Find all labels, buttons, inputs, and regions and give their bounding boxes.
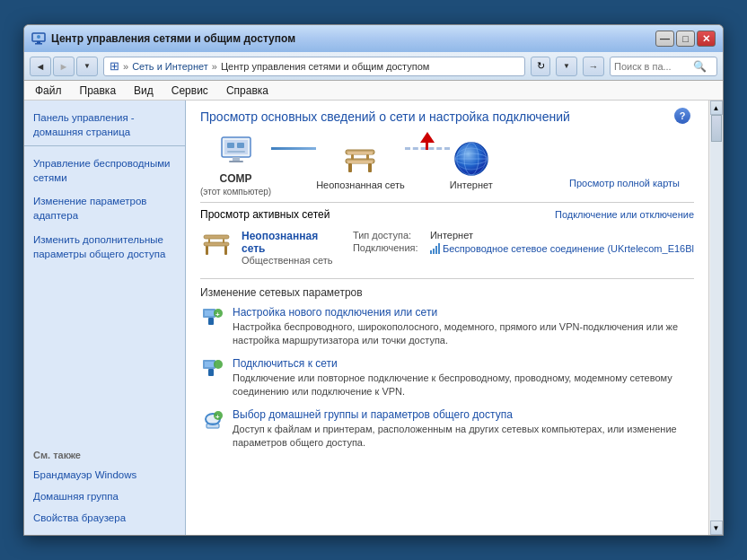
svg-rect-17 <box>351 154 354 160</box>
network-name[interactable]: Неопознанная сеть <box>242 230 344 255</box>
settings-icon-2 <box>200 357 225 382</box>
access-label: Тип доступа: <box>353 230 425 241</box>
connect-disconnect-link[interactable]: Подключение или отключение <box>555 209 694 220</box>
menu-service[interactable]: Сервис <box>168 83 212 99</box>
view-full-map-link[interactable]: Просмотр полной карты <box>569 178 680 188</box>
content-area: Панель управления - домашняя страница Уп… <box>24 101 723 535</box>
svg-rect-7 <box>229 161 243 162</box>
svg-rect-8 <box>227 143 234 148</box>
help-button[interactable]: ? <box>674 108 690 124</box>
globe-icon-container <box>450 142 493 178</box>
settings-desc-3: Доступ к файлам и принтерам, расположенн… <box>233 424 677 448</box>
svg-rect-12 <box>347 152 373 154</box>
scroll-up-button[interactable]: ▲ <box>710 101 723 115</box>
svg-rect-29 <box>208 239 210 243</box>
window-title: Центр управления сетями и общим доступом <box>51 32 295 45</box>
connections-label: Подключения: <box>353 242 425 253</box>
svg-point-38 <box>214 360 223 369</box>
address-dropdown[interactable]: ▼ <box>556 57 577 76</box>
minimize-button[interactable]: — <box>655 31 674 47</box>
sidebar-link-browser[interactable]: Свойства браузера <box>24 508 185 528</box>
settings-item-1-content: Настройка нового подключения или сети На… <box>233 306 694 348</box>
forward-button[interactable]: ► <box>53 57 75 76</box>
menu-edit[interactable]: Правка <box>76 83 120 99</box>
go-button[interactable]: → <box>583 57 604 76</box>
change-settings-title: Изменение сетевых параметров <box>200 286 694 299</box>
network-item-info: Неопознанная сеть Общественная сеть <box>242 230 344 266</box>
svg-rect-2 <box>35 43 42 45</box>
line-comp-net <box>271 147 316 184</box>
network-item-icon <box>200 230 233 262</box>
network-item: Неопознанная сеть Общественная сеть Тип … <box>200 226 694 269</box>
menu-help[interactable]: Справка <box>223 83 272 99</box>
network-label: Неопознанная сеть <box>316 179 405 190</box>
refresh-button[interactable]: ↻ <box>531 57 550 76</box>
settings-link-2[interactable]: Подключиться к сети <box>233 357 694 370</box>
svg-rect-9 <box>237 143 244 148</box>
search-input[interactable] <box>614 61 690 72</box>
svg-rect-28 <box>224 246 227 255</box>
access-value: Интернет <box>430 230 473 241</box>
network-diagram-container: Просмотр полной карты <box>200 135 694 197</box>
connections-value[interactable]: Беспроводное сетевое соединение (UKrtele… <box>443 242 694 255</box>
svg-rect-42 <box>207 424 219 428</box>
breadcrumb-network[interactable]: Сеть и Интернет <box>132 61 208 72</box>
svg-text:+: + <box>215 413 220 421</box>
computer-sublabel: (этот компьютер) <box>200 187 271 197</box>
close-button[interactable]: ✕ <box>697 31 716 47</box>
sidebar-link-firewall[interactable]: Брандмауэр Windows <box>24 465 185 485</box>
search-icon[interactable]: 🔍 <box>693 60 707 73</box>
scroll-thumb[interactable] <box>711 115 722 142</box>
scroll-down-button[interactable]: ▼ <box>710 521 723 535</box>
computer-node: COMP (этот компьютер) <box>200 135 271 197</box>
menu-file[interactable]: Файл <box>31 83 66 99</box>
settings-item-1: + Настройка нового подключения или сети … <box>200 306 694 348</box>
svg-rect-16 <box>368 163 372 172</box>
sidebar-link-adapter[interactable]: Изменение параметров адаптера <box>24 191 185 225</box>
svg-rect-14 <box>347 161 373 163</box>
connections-row: Подключения: Беспроводное сетевое соедин… <box>353 242 694 255</box>
internet-node: Интернет <box>450 142 493 190</box>
breadcrumb: ⊞ » Сеть и Интернет » Центр управления с… <box>103 57 525 76</box>
svg-rect-1 <box>37 41 40 43</box>
svg-text:+: + <box>215 311 220 319</box>
settings-item-2-content: Подключиться к сети Подключение или повт… <box>233 357 694 399</box>
dropdown-button[interactable]: ▼ <box>76 57 98 76</box>
sidebar-link-sharing[interactable]: Изменить дополнительные параметры общего… <box>24 230 185 264</box>
settings-link-1[interactable]: Настройка нового подключения или сети <box>233 306 694 319</box>
signal-icon <box>430 243 440 254</box>
menu-view[interactable]: Вид <box>130 83 157 99</box>
back-button[interactable]: ◄ <box>30 57 51 76</box>
settings-link-3[interactable]: Выбор домашней группы и параметров общег… <box>233 408 694 421</box>
active-networks-label: Просмотр активных сетей <box>200 208 330 221</box>
sidebar: Панель управления - домашняя страница Уп… <box>24 101 186 535</box>
svg-point-3 <box>37 35 40 39</box>
sidebar-divider-1 <box>24 145 185 146</box>
access-type-row: Тип доступа: Интернет <box>353 230 694 241</box>
breadcrumb-home-icon[interactable]: ⊞ <box>110 59 119 73</box>
title-bar: Центр управления сетями и общим доступом… <box>24 25 723 52</box>
connections-detail: Беспроводное сетевое соединение (UKrtele… <box>430 242 694 255</box>
svg-rect-39 <box>208 369 214 376</box>
svg-rect-15 <box>348 163 352 172</box>
svg-rect-30 <box>223 239 224 243</box>
computer-icon <box>215 135 258 171</box>
red-arrow-stem <box>426 143 428 150</box>
scrollbar[interactable]: ▲ ▼ <box>708 101 723 535</box>
main-content: ? Просмотр основных сведений о сети и на… <box>186 101 708 535</box>
signal-bar-2 <box>433 249 435 254</box>
computer-label: COMP <box>220 172 252 185</box>
see-also-label: См. также <box>24 439 185 463</box>
settings-desc-2: Подключение или повторное подключение к … <box>233 372 672 397</box>
sidebar-link-wireless[interactable]: Управление беспроводными сетями <box>24 153 185 188</box>
breadcrumb-sep1: » <box>123 61 128 72</box>
svg-rect-35 <box>208 318 214 325</box>
sidebar-link-home[interactable]: Панель управления - домашняя страница <box>24 108 185 142</box>
maximize-button[interactable]: □ <box>676 31 695 47</box>
sidebar-link-homegroup[interactable]: Домашняя группа <box>24 486 185 506</box>
settings-item-3: + Выбор домашней группы и параметров общ… <box>200 408 694 451</box>
line-net-internet <box>405 147 450 184</box>
settings-icon-3: + <box>200 408 225 433</box>
main-window: Центр управления сетями и общим доступом… <box>23 24 724 536</box>
settings-item-3-content: Выбор домашней группы и параметров общег… <box>233 408 694 451</box>
